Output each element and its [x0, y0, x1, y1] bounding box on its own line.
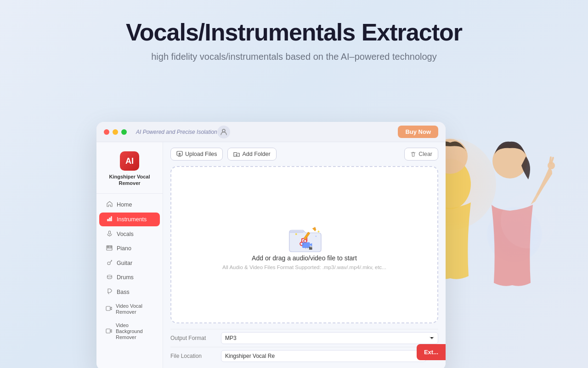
sidebar-item-video-bg[interactable]: Video Background Remover: [99, 319, 160, 344]
app-name: Kingshiper Vocal Remover: [101, 173, 158, 187]
file-location-select[interactable]: Kingshiper Vocal Re: [221, 350, 426, 362]
dropzone-illustration: ♪ / 🎬: [285, 220, 324, 254]
output-format-label: Output Format: [170, 335, 221, 341]
svg-point-31: [548, 162, 555, 169]
svg-rect-3: [111, 216, 112, 221]
svg-rect-13: [111, 246, 112, 248]
toolbar: Upload Files Add Folder Clear: [170, 148, 438, 161]
video-vocal-icon: [106, 305, 112, 312]
add-folder-button[interactable]: Add Folder: [227, 148, 276, 161]
svg-rect-17: [106, 329, 110, 333]
file-location-row: File Location Kingshiper Vocal Re: [170, 347, 438, 365]
svg-text:♪ / 🎬: ♪ / 🎬: [305, 245, 313, 249]
svg-point-35: [469, 161, 496, 189]
window-controls: [104, 129, 127, 135]
vocals-icon: [106, 230, 113, 238]
page-title: Vocals/Instrumentals Extractor: [9, 18, 579, 46]
svg-point-24: [315, 236, 317, 237]
page-subtitle: high fidelity vocals/instrumentals based…: [9, 52, 579, 62]
app-logo-section: AI Kingshiper Vocal Remover: [96, 149, 163, 194]
svg-rect-4: [108, 231, 110, 234]
sidebar-item-vocals[interactable]: Vocals: [99, 227, 160, 241]
home-icon: [106, 201, 113, 208]
sidebar-item-guitar[interactable]: Guitar: [99, 256, 160, 270]
output-format-row: Output Format MP3: [170, 329, 438, 347]
sidebar-item-video-vocal[interactable]: Video Vocal Remover: [99, 300, 160, 318]
piano-icon: [106, 245, 113, 252]
clear-button[interactable]: Clear: [404, 148, 438, 161]
sidebar-item-drums[interactable]: Drums: [99, 271, 160, 284]
guitar-icon: [106, 259, 113, 267]
buy-now-button[interactable]: Buy Now: [398, 126, 438, 138]
svg-point-0: [222, 129, 225, 132]
sidebar: AI Kingshiper Vocal Remover Home Instrum…: [96, 142, 163, 368]
main-panel: Upload Files Add Folder Clear: [163, 142, 446, 368]
video-bg-icon: [106, 328, 112, 335]
svg-point-23: [295, 233, 297, 235]
header-section: Vocals/Instrumentals Extractor high fide…: [0, 0, 588, 71]
upload-icon: [176, 151, 183, 157]
bass-icon: [106, 288, 113, 296]
svg-rect-16: [106, 306, 110, 310]
dropzone-sub-text: All Audio & Video Files Format Supported…: [222, 264, 386, 270]
svg-point-34: [501, 193, 556, 248]
sidebar-item-instruments[interactable]: Instruments: [99, 213, 160, 226]
upload-files-button[interactable]: Upload Files: [170, 148, 223, 161]
trash-icon: [410, 151, 416, 157]
app-logo: AI: [120, 151, 139, 171]
sidebar-item-piano[interactable]: Piano: [99, 242, 160, 255]
svg-rect-11: [107, 246, 108, 248]
svg-rect-2: [109, 218, 111, 221]
app-window: AI Powered and Precise Isolation Buy Now…: [96, 122, 446, 368]
svg-point-15: [107, 275, 112, 277]
close-dot[interactable]: [104, 129, 109, 135]
minimize-dot[interactable]: [113, 129, 118, 135]
output-format-select[interactable]: MP3: [221, 332, 438, 344]
app-body: AI Kingshiper Vocal Remover Home Instrum…: [96, 142, 446, 368]
chevron-down-icon: [430, 337, 434, 339]
drop-zone[interactable]: ♪ / 🎬 Add or drag a audio/video file to …: [170, 166, 438, 323]
tagline: AI Powered and Precise Isolation: [136, 129, 217, 135]
maximize-dot[interactable]: [121, 129, 127, 135]
svg-rect-12: [108, 246, 109, 248]
export-button[interactable]: Ext...: [417, 344, 446, 360]
sidebar-item-home[interactable]: Home: [99, 198, 160, 212]
title-bar: AI Powered and Precise Isolation Buy Now: [96, 122, 446, 142]
drums-icon: [106, 274, 113, 281]
user-icon[interactable]: [217, 126, 230, 138]
instruments-icon: [106, 216, 113, 223]
svg-rect-1: [107, 219, 109, 221]
file-location-label: File Location: [170, 353, 221, 359]
add-folder-icon: [233, 151, 240, 157]
sidebar-item-bass[interactable]: Bass: [99, 285, 160, 299]
dropzone-main-text: Add or drag a audio/video file to start: [252, 254, 357, 262]
